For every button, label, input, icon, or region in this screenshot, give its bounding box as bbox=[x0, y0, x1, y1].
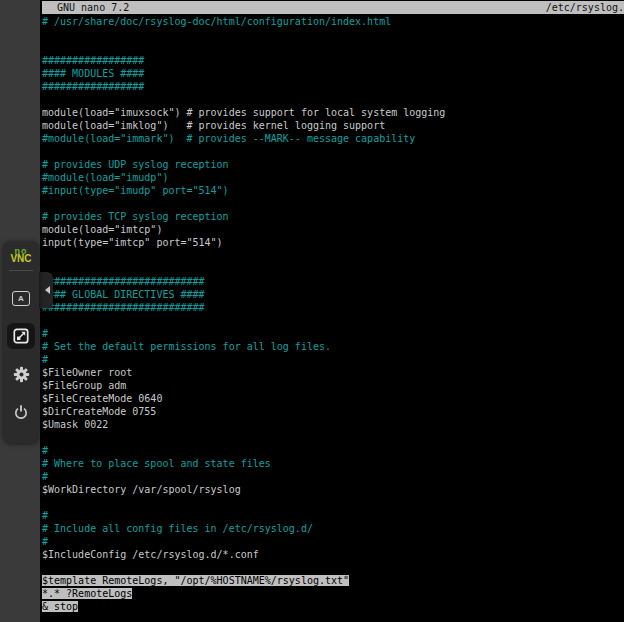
editor-line bbox=[42, 93, 624, 106]
editor-line: input(type="imtcp" port="514") bbox=[42, 236, 624, 249]
novnc-logo-vnc: VNC bbox=[10, 255, 31, 263]
editor-line bbox=[42, 431, 624, 444]
editor-line: #### GLOBAL DIRECTIVES #### bbox=[42, 288, 624, 301]
gear-icon bbox=[13, 366, 30, 383]
editor-line: $WorkDirectory /var/spool/rsyslog bbox=[42, 483, 624, 496]
editor-line: ########################### bbox=[42, 301, 624, 314]
editor-line bbox=[42, 262, 624, 275]
editor-line: #module(load="immark") # provides --MARK… bbox=[42, 132, 624, 145]
editor-line: # /usr/share/doc/rsyslog-doc/html/config… bbox=[42, 15, 624, 28]
editor-line: # bbox=[42, 470, 624, 483]
editor-line: $FileGroup adm bbox=[42, 379, 624, 392]
editor-line: & stop bbox=[42, 600, 624, 613]
editor-line: module(load="imuxsock") # provides suppo… bbox=[42, 106, 624, 119]
vnc-screen: no VNC A bbox=[0, 0, 624, 622]
editor-line: *.* ?RemoteLogs bbox=[42, 587, 624, 600]
editor-line bbox=[42, 28, 624, 41]
editor-line: # bbox=[42, 327, 624, 340]
editor-line: # Include all config files in /etc/rsysl… bbox=[42, 522, 624, 535]
editor-line: #module(load="imudp") bbox=[42, 171, 624, 184]
editor-line: $FileOwner root bbox=[42, 366, 624, 379]
novnc-logo: no VNC bbox=[10, 247, 31, 263]
editor-line: # provides TCP syslog reception bbox=[42, 210, 624, 223]
terminal[interactable]: GNU nano 7.2 /etc/rsyslog. # /usr/share/… bbox=[40, 0, 624, 622]
editor-line bbox=[42, 314, 624, 327]
editor-line: $DirCreateMode 0755 bbox=[42, 405, 624, 418]
editor-line bbox=[42, 496, 624, 509]
editor-line: # bbox=[42, 509, 624, 522]
editor-line bbox=[42, 145, 624, 158]
editor-line: ################# bbox=[42, 54, 624, 67]
nano-filename: /etc/rsyslog. bbox=[546, 1, 624, 14]
vnc-control-bar: no VNC A bbox=[3, 241, 39, 443]
editor-line: # bbox=[42, 353, 624, 366]
editor-line: # Set the default permissions for all lo… bbox=[42, 340, 624, 353]
keyboard-a-key-icon: A bbox=[12, 291, 30, 306]
editor-content: # /usr/share/doc/rsyslog-doc/html/config… bbox=[40, 14, 624, 613]
editor-line: module(load="imtcp") bbox=[42, 223, 624, 236]
editor-line: ########################### bbox=[42, 275, 624, 288]
power-icon bbox=[13, 404, 29, 420]
editor-line: # Where to place spool and state files bbox=[42, 457, 624, 470]
editor-line: $IncludeConfig /etc/rsyslog.d/*.conf bbox=[42, 548, 624, 561]
editor-line bbox=[42, 41, 624, 54]
editor-line: $Umask 0022 bbox=[42, 418, 624, 431]
editor-line: $FileCreateMode 0640 bbox=[42, 392, 624, 405]
editor-line: # bbox=[42, 535, 624, 548]
nano-version: GNU nano 7.2 bbox=[42, 1, 129, 14]
fullscreen-icon bbox=[13, 328, 29, 344]
extra-keys-button[interactable]: A bbox=[7, 285, 35, 311]
toolbar-divider bbox=[9, 270, 33, 271]
editor-line bbox=[42, 561, 624, 574]
editor-line: ################# bbox=[42, 80, 624, 93]
editor-line: #### MODULES #### bbox=[42, 67, 624, 80]
nano-titlebar: GNU nano 7.2 /etc/rsyslog. bbox=[42, 1, 624, 14]
editor-line: $template RemoteLogs, "/opt/%HOSTNAME%/r… bbox=[42, 574, 624, 587]
fullscreen-button[interactable] bbox=[7, 323, 35, 349]
editor-line: module(load="imklog") # provides kernel … bbox=[42, 119, 624, 132]
editor-line: # bbox=[42, 444, 624, 457]
editor-line: # provides UDP syslog reception bbox=[42, 158, 624, 171]
vnc-background-strip: no VNC A bbox=[0, 0, 40, 622]
control-bar-handle[interactable] bbox=[38, 272, 53, 308]
settings-button[interactable] bbox=[7, 361, 35, 387]
editor-line bbox=[42, 249, 624, 262]
editor-line: #input(type="imudp" port="514") bbox=[42, 184, 624, 197]
editor-line bbox=[42, 197, 624, 210]
power-button[interactable] bbox=[7, 399, 35, 425]
collapse-left-icon bbox=[45, 286, 50, 294]
